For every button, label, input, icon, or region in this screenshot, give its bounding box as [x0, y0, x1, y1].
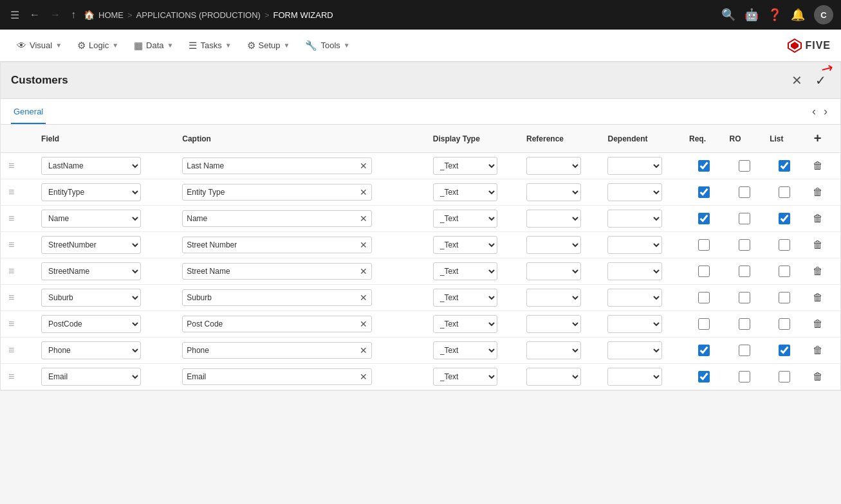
field-select-5[interactable]: Suburb — [41, 289, 141, 307]
toolbar-setup[interactable]: ⚙ Setup ▼ — [241, 36, 297, 55]
formwizard-crumb[interactable]: FORM WIZARD — [273, 10, 333, 20]
dependent-select-3[interactable] — [607, 236, 662, 254]
caption-input-0[interactable] — [183, 158, 356, 174]
drag-handle[interactable]: ≡ — [6, 292, 17, 303]
field-select-6[interactable]: PostCode — [41, 315, 141, 333]
search-nav-icon[interactable]: 🔍 — [721, 8, 735, 22]
forward-icon[interactable]: → — [48, 6, 63, 23]
reference-select-0[interactable] — [526, 157, 581, 175]
display-type-select-1[interactable]: _Text _Text — [433, 183, 497, 201]
save-button[interactable]: ✓ ↗ — [811, 71, 830, 89]
display-type-select-0[interactable]: _Text _Text — [433, 157, 497, 175]
caption-clear-5[interactable]: ✕ — [356, 292, 371, 303]
caption-input-5[interactable] — [183, 290, 356, 305]
req-checkbox-2[interactable] — [698, 213, 710, 224]
bot-icon[interactable]: 🤖 — [744, 8, 759, 22]
field-select-0[interactable]: LastName — [41, 157, 141, 175]
dependent-select-2[interactable] — [607, 210, 662, 228]
caption-clear-6[interactable]: ✕ — [356, 319, 371, 329]
toolbar-tasks[interactable]: ☰ Tasks ▼ — [182, 36, 237, 55]
caption-clear-7[interactable]: ✕ — [356, 345, 371, 356]
ro-checkbox-8[interactable] — [739, 371, 750, 382]
apps-crumb[interactable]: APPLICATIONS (PRODUCTION) — [136, 10, 261, 20]
reference-select-4[interactable] — [526, 262, 581, 280]
help-icon[interactable]: ❓ — [768, 8, 782, 22]
delete-row-button-5[interactable]: 🗑 — [810, 291, 826, 304]
tab-prev-arrow[interactable]: ‹ — [809, 102, 818, 121]
back-icon[interactable]: ← — [27, 6, 42, 23]
delete-row-button-4[interactable]: 🗑 — [810, 264, 826, 278]
dependent-select-1[interactable] — [607, 183, 662, 201]
display-type-select-2[interactable]: _Text _Text — [433, 210, 497, 228]
reference-select-3[interactable] — [526, 236, 581, 254]
list-checkbox-6[interactable] — [779, 318, 790, 330]
req-checkbox-1[interactable] — [698, 186, 710, 198]
req-checkbox-0[interactable] — [698, 160, 710, 172]
delete-row-button-8[interactable]: 🗑 — [810, 370, 826, 383]
caption-clear-2[interactable]: ✕ — [356, 213, 371, 224]
dependent-select-4[interactable] — [607, 262, 662, 280]
drag-handle[interactable]: ≡ — [6, 345, 17, 356]
tab-general[interactable]: General — [11, 99, 46, 124]
drag-handle[interactable]: ≡ — [6, 160, 17, 171]
delete-row-button-6[interactable]: 🗑 — [810, 317, 826, 330]
delete-row-button-3[interactable]: 🗑 — [810, 238, 826, 251]
dependent-select-6[interactable] — [607, 315, 662, 333]
dependent-select-7[interactable] — [607, 341, 662, 359]
drag-handle[interactable]: ≡ — [6, 186, 17, 197]
close-button[interactable]: ✕ — [788, 71, 806, 89]
caption-clear-0[interactable]: ✕ — [356, 161, 371, 171]
ro-checkbox-0[interactable] — [739, 160, 750, 172]
display-type-select-3[interactable]: _Text _Text — [433, 236, 497, 254]
field-select-2[interactable]: Name — [41, 210, 141, 228]
toolbar-tools[interactable]: 🔧 Tools ▼ — [299, 36, 356, 55]
caption-clear-1[interactable]: ✕ — [356, 187, 371, 197]
list-checkbox-8[interactable] — [779, 371, 790, 382]
delete-row-button-2[interactable]: 🗑 — [810, 212, 826, 225]
caption-clear-3[interactable]: ✕ — [356, 240, 371, 250]
toolbar-visual[interactable]: 👁 Visual ▼ — [10, 36, 68, 55]
home-crumb[interactable]: HOME — [98, 10, 124, 20]
field-select-7[interactable]: Phone — [41, 341, 141, 359]
drag-handle[interactable]: ≡ — [6, 266, 17, 276]
reference-select-1[interactable] — [526, 183, 581, 201]
display-type-select-4[interactable]: _Text _Text — [433, 262, 497, 280]
drag-handle[interactable]: ≡ — [6, 371, 17, 382]
reference-select-7[interactable] — [526, 341, 581, 359]
ro-checkbox-5[interactable] — [739, 292, 750, 303]
display-type-select-6[interactable]: _Text _Text — [433, 315, 497, 333]
list-checkbox-2[interactable] — [779, 213, 790, 224]
list-checkbox-7[interactable] — [779, 345, 790, 356]
delete-row-button-0[interactable]: 🗑 — [810, 159, 826, 172]
reference-select-2[interactable] — [526, 210, 581, 228]
reference-select-5[interactable] — [526, 289, 581, 307]
ro-checkbox-7[interactable] — [739, 345, 750, 356]
field-select-1[interactable]: EntityType — [41, 183, 141, 201]
up-icon[interactable]: ↑ — [68, 6, 79, 23]
caption-input-1[interactable] — [183, 184, 356, 200]
caption-clear-8[interactable]: ✕ — [356, 372, 371, 382]
caption-input-2[interactable] — [183, 211, 356, 226]
field-select-4[interactable]: StreetName — [41, 262, 141, 280]
ro-checkbox-6[interactable] — [739, 318, 750, 330]
list-checkbox-4[interactable] — [779, 266, 790, 277]
list-checkbox-1[interactable] — [779, 186, 790, 198]
ro-checkbox-2[interactable] — [739, 213, 750, 224]
caption-clear-4[interactable]: ✕ — [356, 266, 371, 276]
add-row-button[interactable]: + — [810, 130, 826, 147]
drag-handle[interactable]: ≡ — [6, 213, 17, 224]
dependent-select-5[interactable] — [607, 289, 662, 307]
delete-row-button-1[interactable]: 🗑 — [810, 185, 826, 199]
delete-row-button-7[interactable]: 🗑 — [810, 343, 826, 357]
bell-icon[interactable]: 🔔 — [791, 8, 805, 22]
list-checkbox-0[interactable] — [779, 160, 790, 172]
drag-handle[interactable]: ≡ — [6, 239, 17, 250]
caption-input-4[interactable] — [183, 264, 356, 279]
caption-input-3[interactable] — [183, 237, 356, 253]
req-checkbox-7[interactable] — [698, 345, 710, 356]
caption-input-6[interactable] — [183, 316, 356, 332]
field-select-8[interactable]: Email — [41, 368, 141, 386]
toolbar-logic[interactable]: ⚙ Logic ▼ — [71, 36, 125, 55]
caption-input-7[interactable] — [183, 343, 356, 358]
user-avatar[interactable]: C — [814, 5, 833, 24]
